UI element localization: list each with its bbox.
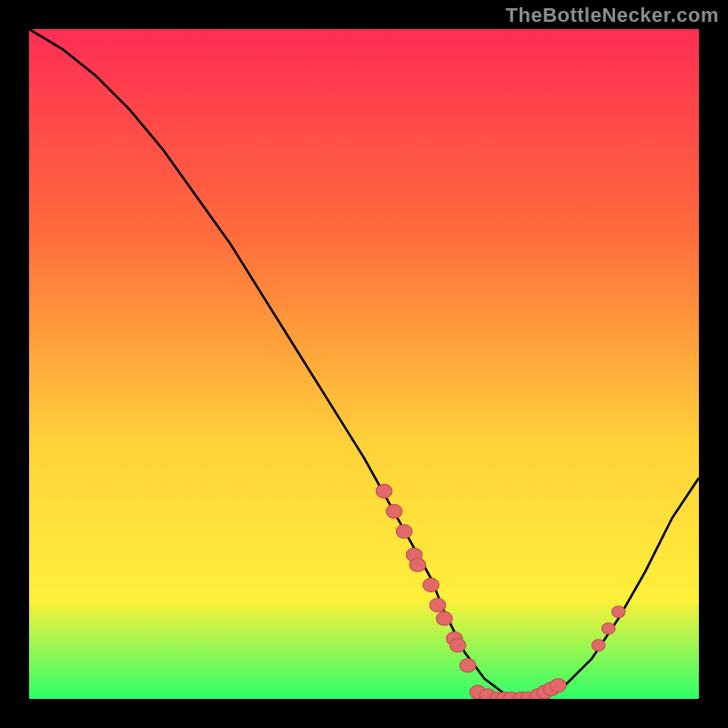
- marker-point: [612, 606, 625, 618]
- watermark-text: TheBottleNecker.com: [506, 0, 728, 27]
- marker-point: [410, 558, 426, 571]
- marker-point: [423, 578, 440, 592]
- gradient-background: [29, 29, 699, 699]
- marker-point: [386, 504, 402, 518]
- bottleneck-chart: [29, 29, 699, 699]
- marker-point: [602, 622, 615, 634]
- marker-point: [430, 598, 446, 612]
- marker-point: [376, 484, 392, 498]
- marker-point: [460, 659, 476, 672]
- marker-point: [436, 612, 452, 625]
- marker-point: [551, 679, 567, 693]
- marker-point: [396, 524, 412, 538]
- marker-point: [450, 639, 466, 652]
- marker-point: [592, 640, 605, 652]
